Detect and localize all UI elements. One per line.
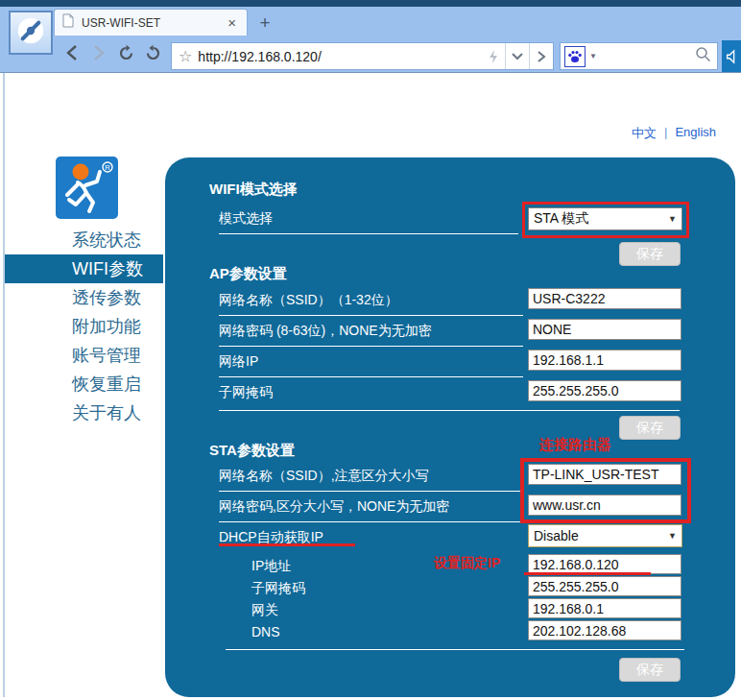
lang-english-link[interactable]: English: [675, 125, 716, 142]
sta-netmask-input[interactable]: [528, 576, 681, 596]
ap-ssid-input[interactable]: [528, 288, 681, 309]
select-caret-icon: ▼: [668, 531, 677, 541]
lightning-icon[interactable]: [482, 43, 505, 69]
dhcp-red-underline: [219, 543, 355, 546]
section-underline: [219, 410, 680, 411]
wifi-mode-select[interactable]: STA 模式 ▼: [528, 207, 682, 230]
tab-title: USR-WIFI-SET: [82, 16, 225, 30]
sidebar-item-system-status[interactable]: 系统状态: [5, 226, 163, 254]
bookmark-star-icon[interactable]: ☆: [172, 47, 198, 65]
address-bar[interactable]: ☆ http://192.168.0.120/: [171, 42, 554, 70]
ap-ssid-label: 网络名称（SSID）（1-32位）: [219, 292, 398, 309]
chevron-down-icon[interactable]: [506, 43, 529, 69]
ap-password-input[interactable]: [528, 319, 681, 340]
row-underline: [219, 491, 523, 492]
sta-dns-input[interactable]: [528, 620, 681, 640]
sta-gateway-label: 网关: [251, 602, 278, 619]
running-man-icon: R: [56, 157, 118, 219]
speaker-icon: [725, 48, 738, 65]
back-icon: [64, 44, 80, 61]
sidebar-item-account-management[interactable]: 账号管理: [5, 341, 163, 370]
sta-ip-input[interactable]: [528, 554, 681, 574]
browser-logo-button[interactable]: [9, 11, 53, 55]
row-underline: [219, 315, 523, 316]
announcement-button[interactable]: [722, 40, 741, 72]
dhcp-select-value: Disable: [534, 528, 579, 543]
mode-select-label: 模式选择: [219, 210, 273, 228]
sta-ssid-label: 网络名称（SSID）,注意区分大小写: [219, 468, 429, 485]
address-bar-actions: [482, 43, 553, 69]
search-engine-caret-icon[interactable]: ▼: [589, 52, 695, 60]
refresh-icon: [117, 44, 135, 62]
undo-icon: [144, 44, 162, 62]
paw-icon: [567, 49, 583, 64]
ap-save-button[interactable]: 保存: [619, 416, 681, 440]
refresh-button[interactable]: [113, 38, 138, 67]
browser-tab[interactable]: USR-WIFI-SET ×: [54, 9, 248, 36]
forward-button[interactable]: [86, 38, 111, 67]
sta-section-heading: STA参数设置: [209, 442, 295, 460]
sta-credentials-highlight-box: [520, 458, 691, 523]
page-content: 中文 | English R 系统状态 WIFI参数 透传参数 附加功能 账: [0, 73, 741, 697]
search-bar[interactable]: ▼: [560, 42, 718, 70]
dhcp-select[interactable]: Disable ▼: [528, 524, 682, 547]
browser-chrome: USR-WIFI-SET × + ☆ http://192.168.0.120/: [0, 7, 741, 73]
forward-icon: [91, 44, 107, 61]
sta-password-label: 网络密码,区分大小写，NONE为无加密: [219, 498, 449, 516]
new-tab-button[interactable]: +: [253, 12, 276, 35]
search-engine-button[interactable]: [564, 46, 586, 67]
ap-netmask-input[interactable]: [528, 380, 681, 401]
language-switch: 中文 | English: [632, 125, 716, 142]
compass-icon: [12, 12, 49, 53]
row-underline: [219, 346, 523, 347]
select-caret-icon: ▼: [668, 214, 677, 224]
ap-password-label: 网络密码 (8-63位)，NONE为无加密: [219, 323, 432, 340]
sta-dns-label: DNS: [251, 624, 280, 640]
ip-red-underline: [524, 572, 651, 575]
row-underline: [219, 233, 518, 234]
row-underline: [219, 376, 523, 377]
browser-window: USR-WIFI-SET × + ☆ http://192.168.0.120/: [0, 0, 741, 700]
tab-close-icon[interactable]: ×: [225, 14, 239, 31]
wifi-mode-save-button[interactable]: 保存: [619, 242, 681, 266]
sidebar-item-transparent-params[interactable]: 透传参数: [5, 283, 163, 312]
sidebar-item-extra-functions[interactable]: 附加功能: [5, 312, 163, 341]
usr-logo: R: [56, 157, 118, 219]
page-favicon-icon: [62, 13, 74, 32]
divider: |: [664, 125, 667, 142]
router-annotation: 连接路由器: [539, 436, 611, 454]
sidebar-item-about[interactable]: 关于有人: [5, 398, 163, 427]
row-underline: [219, 521, 523, 522]
ap-ip-input[interactable]: [528, 350, 681, 371]
ap-section-heading: AP参数设置: [209, 265, 287, 283]
section-underline: [226, 649, 684, 650]
window-titlebar: [0, 0, 741, 7]
sta-save-button[interactable]: 保存: [619, 658, 681, 682]
undo-button[interactable]: [140, 38, 165, 67]
sidebar-item-restore-restart[interactable]: 恢复重启: [5, 370, 163, 398]
static-ip-annotation: 设置固定IP: [434, 555, 500, 572]
sta-ip-label: IP地址: [251, 558, 291, 575]
svg-text:R: R: [105, 163, 110, 172]
sta-netmask-label: 子网掩码: [251, 580, 305, 597]
ap-netmask-label: 子网掩码: [219, 384, 273, 401]
sidebar-item-wifi-params[interactable]: WIFI参数: [5, 254, 163, 283]
go-arrow-icon[interactable]: [530, 43, 553, 69]
sta-gateway-input[interactable]: [528, 598, 681, 618]
back-button[interactable]: [60, 38, 84, 67]
settings-panel: WIFI模式选择 模式选择 STA 模式 ▼ 保存 AP参数设置 网络名称（SS…: [165, 157, 735, 697]
url-text[interactable]: http://192.168.0.120/: [198, 49, 482, 64]
ap-ip-label: 网络IP: [219, 353, 258, 371]
search-icon[interactable]: [695, 46, 711, 66]
lang-chinese-link[interactable]: 中文: [632, 125, 657, 142]
wifi-mode-select-value: STA 模式: [534, 210, 588, 228]
wifi-mode-heading: WIFI模式选择: [209, 181, 298, 199]
